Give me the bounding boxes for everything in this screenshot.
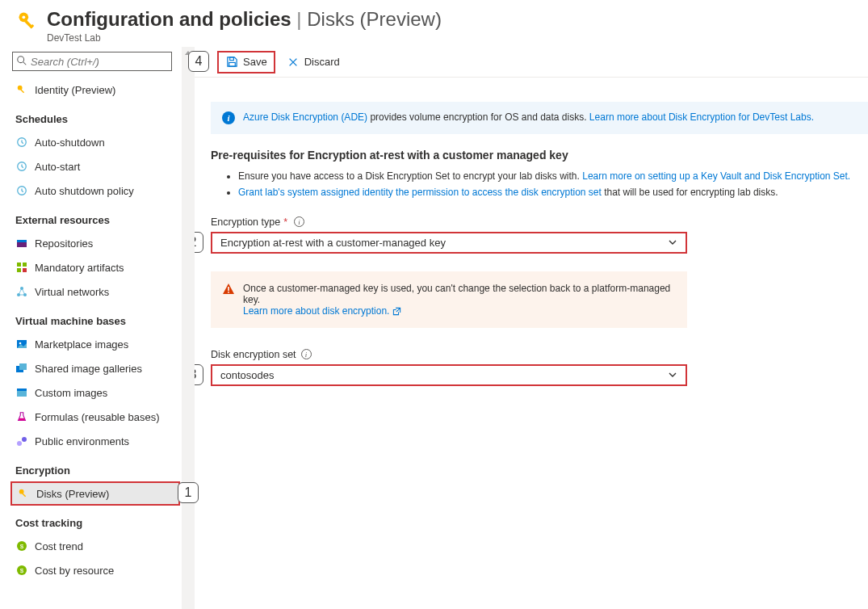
- sidebar-item-public-env[interactable]: Public environments: [12, 429, 182, 453]
- warning-banner: Once a customer-managed key is used, you…: [211, 271, 687, 328]
- svg-rect-34: [229, 57, 233, 61]
- sidebar-item-label: Cost trend: [35, 540, 83, 552]
- ade-link[interactable]: Azure Disk Encryption (ADE): [243, 111, 367, 123]
- disk-encryption-set-select[interactable]: contosodes: [211, 364, 687, 386]
- cost-icon: $: [15, 540, 28, 552]
- key-icon: [16, 10, 39, 32]
- search-input[interactable]: [12, 52, 172, 71]
- prereq-item-1: Ensure you have access to a Disk Encrypt…: [238, 170, 868, 183]
- sidebar-item-disks[interactable]: Disks (Preview): [10, 481, 180, 506]
- image-icon: [15, 338, 28, 351]
- sidebar-item-label: Public environments: [35, 435, 129, 447]
- toolbar: 4 Save Discard: [195, 47, 868, 78]
- svg-point-27: [22, 437, 27, 442]
- gallery-icon: [15, 362, 28, 375]
- page-header: Configuration and policies | Disks (Prev…: [0, 0, 868, 47]
- sidebar-item-label: Auto-shutdown: [35, 136, 105, 149]
- repo-icon: [15, 237, 28, 250]
- save-icon: [225, 56, 238, 69]
- key-icon: [15, 83, 28, 96]
- search-icon: [16, 55, 27, 66]
- sidebar-item-label: Mandatory artifacts: [35, 262, 124, 274]
- svg-rect-23: [19, 363, 27, 370]
- sidebar-item-marketplace[interactable]: Marketplace images: [12, 332, 182, 356]
- prereq-text: Ensure you have access to a Disk Encrypt…: [238, 170, 582, 182]
- sidebar-item-formulas[interactable]: Formulas (reusable bases): [12, 405, 182, 429]
- header-subtitle: DevTest Lab: [47, 32, 442, 44]
- sidebar-item-label: Formulas (reusable bases): [35, 411, 160, 423]
- svg-rect-16: [23, 268, 27, 272]
- svg-rect-14: [23, 262, 27, 267]
- sidebar-item-label: Shared image galleries: [35, 363, 142, 375]
- svg-rect-29: [22, 493, 26, 497]
- warning-link[interactable]: Learn more about disk encryption.: [243, 305, 401, 317]
- sidebar-item-custom-images[interactable]: Custom images: [12, 380, 182, 405]
- info-text: provides volume encryption for OS and da…: [367, 111, 589, 123]
- svg-rect-25: [17, 388, 27, 391]
- key-icon: [17, 487, 30, 500]
- cost-icon: $: [15, 564, 28, 577]
- callout-marker-4: 4: [188, 51, 209, 72]
- sidebar-section-encryption: Encryption: [12, 453, 182, 481]
- encryption-type-select[interactable]: Encryption at-rest with a customer-manag…: [211, 232, 687, 254]
- callout-marker-3: 3: [195, 364, 203, 385]
- svg-point-4: [18, 57, 24, 63]
- sidebar-item-cost-resource[interactable]: $Cost by resource: [12, 558, 182, 582]
- sidebar-item-auto-shutdown[interactable]: Auto-shutdown: [12, 130, 182, 154]
- sidebar-item-virtual-networks[interactable]: Virtual networks: [12, 279, 182, 304]
- learn-more-link[interactable]: Learn more about Disk Encryption for Dev…: [589, 111, 814, 123]
- sidebar-item-shared-galleries[interactable]: Shared image galleries: [12, 356, 182, 380]
- sidebar-item-repositories[interactable]: Repositories: [12, 231, 182, 255]
- label-text: Disk encryption set: [211, 349, 296, 360]
- encryption-type-label: Encryption type*i: [211, 216, 868, 228]
- sidebar-section-external: External resources: [12, 203, 182, 231]
- sidebar-item-label: Auto shutdown policy: [35, 185, 134, 197]
- scrollbar[interactable]: [182, 47, 195, 609]
- custom-image-icon: [15, 386, 28, 399]
- sidebar-item-label: Auto-start: [35, 161, 80, 173]
- svg-rect-7: [20, 89, 24, 93]
- svg-text:$: $: [20, 567, 24, 574]
- prereq-heading: Pre-requisites for Encryption at-rest wi…: [211, 149, 868, 162]
- discard-icon: [287, 56, 300, 69]
- encryption-type-field: Encryption type*i 2 Encryption at-rest w…: [211, 216, 868, 328]
- disk-encryption-set-field: Disk encryption set i 3 contosodes: [211, 349, 868, 386]
- title-left: Configuration and policies: [47, 8, 291, 30]
- info-banner: i Azure Disk Encryption (ADE) provides v…: [211, 102, 868, 134]
- prereq-link-1[interactable]: Learn more on setting up a Key Vault and…: [582, 170, 850, 182]
- sidebar: Identity (Preview) Schedules Auto-shutdo…: [0, 47, 182, 609]
- svg-rect-37: [228, 292, 229, 293]
- sidebar-item-identity[interactable]: Identity (Preview): [12, 78, 182, 102]
- sidebar-item-label: Virtual networks: [35, 286, 109, 298]
- warning-link-text: Learn more about disk encryption.: [243, 305, 389, 317]
- sidebar-item-label: Identity (Preview): [35, 84, 115, 96]
- info-icon[interactable]: i: [294, 216, 304, 227]
- title-separator: |: [296, 8, 307, 30]
- sidebar-item-cost-trend[interactable]: $Cost trend: [12, 534, 182, 558]
- required-asterisk: *: [283, 216, 287, 228]
- label-text: Encryption type: [211, 216, 280, 228]
- sidebar-item-mandatory-artifacts[interactable]: Mandatory artifacts: [12, 255, 182, 279]
- warning-text: Once a customer-managed key is used, you…: [243, 283, 670, 305]
- save-button[interactable]: Save: [217, 51, 275, 74]
- info-icon[interactable]: i: [301, 349, 312, 359]
- prereq-link-2[interactable]: Grant lab's system assigned identity the…: [238, 187, 602, 198]
- svg-rect-36: [228, 287, 229, 291]
- page-title: Configuration and policies | Disks (Prev…: [47, 8, 442, 31]
- svg-point-28: [19, 489, 24, 494]
- callout-marker-1: 1: [178, 482, 199, 503]
- title-right: Disks (Preview): [307, 8, 442, 30]
- sidebar-section-cost: Cost tracking: [12, 506, 182, 534]
- svg-point-1: [22, 15, 25, 19]
- discard-button[interactable]: Discard: [280, 51, 346, 74]
- sidebar-item-label: Cost by resource: [35, 565, 114, 577]
- flask-icon: [15, 410, 28, 423]
- svg-text:$: $: [20, 543, 24, 550]
- svg-rect-13: [17, 262, 21, 267]
- info-icon: i: [222, 111, 235, 124]
- sidebar-item-label: Custom images: [35, 387, 107, 399]
- sidebar-item-label: Repositories: [35, 237, 93, 250]
- sidebar-item-auto-start[interactable]: Auto-start: [12, 154, 182, 178]
- sidebar-item-auto-shutdown-policy[interactable]: Auto shutdown policy: [12, 178, 182, 203]
- clock-icon: [15, 136, 28, 149]
